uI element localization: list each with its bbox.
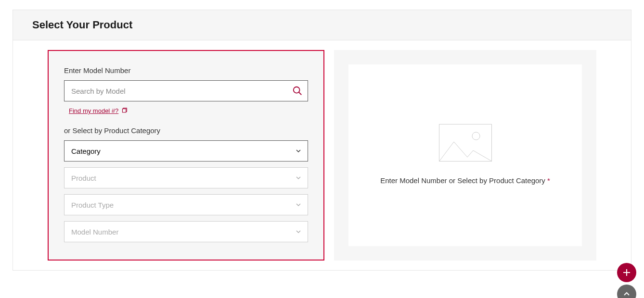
content-area: Enter Model Number Find my model #?	[13, 40, 631, 270]
product-type-select[interactable]: Product Type	[64, 194, 308, 215]
product-type-select-value: Product Type	[71, 201, 114, 209]
header-bar: Select Your Product	[13, 10, 631, 40]
required-asterisk: *	[547, 176, 550, 185]
search-icon	[292, 86, 303, 96]
find-model-row: Find my model #?	[64, 106, 308, 115]
scroll-top-button[interactable]	[617, 285, 636, 298]
svg-line-1	[299, 92, 302, 95]
chevron-up-icon	[623, 290, 631, 298]
product-select-container: Select Your Product Enter Model Number F…	[13, 10, 631, 271]
fab-plus-button[interactable]	[617, 263, 636, 282]
preview-text-content: Enter Model Number or Select by Product …	[380, 176, 545, 185]
product-select[interactable]: Product	[64, 167, 308, 188]
model-search-input[interactable]	[64, 80, 308, 101]
model-number-label: Enter Model Number	[64, 66, 308, 74]
category-select[interactable]: Category	[64, 140, 308, 161]
image-placeholder-icon	[439, 124, 492, 161]
right-panel: Enter Model Number or Select by Product …	[334, 50, 596, 261]
search-button[interactable]	[291, 84, 304, 98]
find-model-link-text: Find my model #?	[69, 107, 118, 114]
search-wrap	[64, 80, 308, 101]
preview-text: Enter Model Number or Select by Product …	[380, 175, 550, 186]
plus-icon	[622, 268, 631, 277]
page-title: Select Your Product	[32, 19, 612, 31]
product-select-value: Product	[71, 174, 96, 182]
preview-box: Enter Model Number or Select by Product …	[348, 64, 582, 246]
left-panel: Enter Model Number Find my model #?	[48, 50, 324, 261]
find-model-link[interactable]: Find my model #?	[69, 107, 128, 114]
model-number-select[interactable]: Model Number	[64, 221, 308, 242]
category-select-value: Category	[71, 147, 101, 155]
svg-point-3	[472, 132, 480, 140]
category-label: or Select by Product Category	[64, 126, 308, 135]
svg-point-0	[294, 87, 300, 93]
svg-rect-2	[123, 109, 126, 112]
model-number-select-value: Model Number	[71, 228, 118, 236]
popup-icon	[121, 108, 128, 114]
